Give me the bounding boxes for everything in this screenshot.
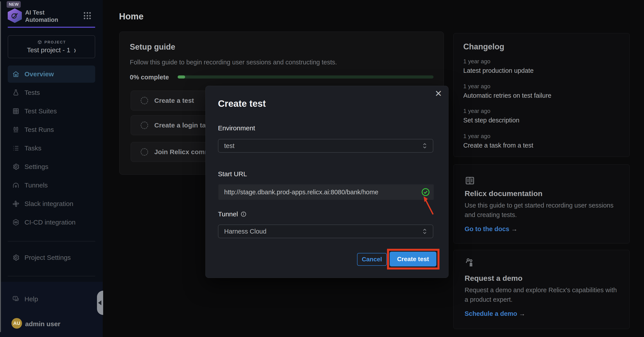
cube-icon: [37, 40, 42, 45]
grid-icon: [12, 107, 20, 115]
progress-fill: [178, 75, 185, 79]
start-url-label: Start URL: [218, 170, 247, 178]
checklist-item-label: Create a test: [154, 97, 194, 104]
demo-link-label: Schedule a demo: [464, 310, 517, 317]
start-url-input[interactable]: [218, 184, 434, 200]
close-icon[interactable]: ✕: [434, 89, 442, 98]
docs-card: Relicx documentation Use this guide to g…: [453, 164, 630, 243]
changelog-entry: 1 year ago Automatic retries on test fai…: [463, 83, 552, 99]
sidebar-item-label: Test Runs: [24, 126, 54, 133]
sidebar-bottom-panel: [0, 282, 103, 337]
sidebar-item-help[interactable]: ? Help: [8, 290, 95, 308]
brand-underline: [8, 27, 95, 28]
demo-title: Request a demo: [464, 274, 522, 282]
project-selector[interactable]: PROJECT Test project - 1 ›: [8, 35, 95, 58]
sidebar-item-label: Slack integration: [24, 200, 74, 208]
home-icon: [12, 70, 20, 78]
setup-guide-title: Setup guide: [130, 42, 175, 52]
chevron-updown-icon: [422, 228, 427, 235]
cicd-icon: [12, 219, 20, 226]
sidebar-item-label: Tests: [24, 89, 40, 96]
changelog-card: Changelog 1 year ago Latest production u…: [453, 33, 630, 157]
demo-link[interactable]: Schedule a demo →: [464, 310, 526, 317]
product-name: AI Test Automation: [25, 9, 65, 24]
sidebar-item-label: Tasks: [24, 144, 42, 152]
sidebar-item-test-suites[interactable]: Test Suites: [8, 103, 95, 120]
flask-icon: [12, 89, 20, 96]
window-edge: [0, 1, 1, 332]
chevron-left-icon: [98, 300, 102, 305]
docs-body: Use this guide to get started recording …: [464, 201, 619, 220]
sidebar-item-project-settings[interactable]: Project Settings: [8, 249, 95, 266]
sidebar-item-tasks[interactable]: Tasks: [8, 140, 95, 157]
app-switcher-icon[interactable]: [84, 12, 91, 20]
sidebar-divider: [8, 241, 95, 241]
tunnel-value: Harness Cloud: [224, 228, 266, 235]
help-chat-icon: ?: [12, 295, 20, 303]
arrow-right-icon: →: [511, 225, 518, 232]
project-name: Test project - 1: [27, 46, 70, 54]
sidebar-item-label: Project Settings: [24, 254, 71, 261]
check-circle-icon: [422, 188, 430, 196]
changelog-time: 1 year ago: [463, 108, 520, 115]
sidebar-item-tests[interactable]: Tests: [8, 84, 95, 101]
columns-icon: [12, 126, 20, 133]
logo-glyph-icon: [10, 11, 19, 20]
incomplete-step-icon: [140, 97, 148, 104]
tunnel-select[interactable]: Harness Cloud: [218, 224, 433, 238]
gear-icon: [12, 163, 20, 170]
modal-title: Create test: [218, 98, 266, 109]
sidebar-item-tunnels[interactable]: Tunnels: [8, 177, 95, 194]
sidebar-item-label: Tunnels: [24, 182, 48, 189]
docs-link[interactable]: Go to the docs →: [464, 225, 518, 233]
chevron-updown-icon: [422, 142, 427, 149]
changelog-entry: 1 year ago Latest production update: [463, 58, 534, 74]
sidebar-item-slack-integration[interactable]: Slack integration: [8, 195, 95, 212]
incomplete-step-icon: [140, 148, 148, 156]
changelog-text: Automatic retries on test failure: [463, 92, 552, 99]
project-label: PROJECT: [44, 40, 66, 45]
sidebar-item-label: Settings: [24, 163, 48, 170]
sidebar-item-test-runs[interactable]: Test Runs: [8, 121, 95, 138]
progress-label: 0% complete: [130, 74, 169, 81]
cancel-button[interactable]: Cancel: [357, 253, 387, 266]
svg-text:?: ?: [14, 297, 16, 300]
sidebar-item-label: Overview: [24, 70, 54, 78]
checklist-item-label: Create a login task: [154, 122, 213, 129]
incomplete-step-icon: [140, 122, 148, 129]
app-window: NEW AI Test Automation PROJECT Test proj…: [0, 0, 644, 337]
avatar: AU: [12, 318, 22, 329]
list-icon: [12, 144, 20, 152]
tunnel-icon: [12, 182, 20, 189]
slack-icon: [12, 200, 20, 208]
changelog-time: 1 year ago: [463, 83, 552, 90]
gear-icon: [12, 254, 20, 261]
create-test-button[interactable]: Create test: [390, 252, 436, 266]
demo-card: Request a demo Request a demo and explor…: [453, 250, 630, 329]
docs-link-label: Go to the docs: [464, 225, 509, 232]
environment-value: test: [224, 142, 234, 150]
sidebar-item-overview[interactable]: Overview: [8, 66, 95, 83]
changelog-entry: 1 year ago Create a task from a test: [463, 133, 533, 149]
environment-select[interactable]: test: [218, 139, 433, 153]
chevron-right-icon: ›: [74, 45, 76, 55]
sidebar-divider: [8, 276, 95, 276]
create-test-modal: ✕ Create test Environment test Start URL…: [206, 86, 448, 278]
new-badge: NEW: [6, 1, 21, 8]
demo-body: Request a demo and explore Relicx's capa…: [464, 285, 619, 304]
user-menu[interactable]: admin user: [25, 320, 60, 328]
sidebar-item-cicd-integration[interactable]: CI-CD integration: [8, 214, 95, 231]
changelog-title: Changelog: [463, 42, 504, 51]
changelog-text: Create a task from a test: [463, 142, 533, 149]
page-title: Home: [119, 12, 144, 22]
app-logo: [8, 8, 22, 23]
sidebar-item-label: Help: [24, 295, 38, 303]
sidebar-collapse-handle[interactable]: [97, 291, 103, 315]
changelog-text: Latest production update: [463, 67, 534, 74]
tunnel-label: Tunnel: [218, 210, 246, 218]
changelog-entry: 1 year ago Set step description: [463, 108, 520, 124]
sidebar: NEW AI Test Automation PROJECT Test proj…: [0, 0, 103, 337]
sidebar-item-settings[interactable]: Settings: [8, 158, 95, 175]
sidebar-item-label: Test Suites: [24, 107, 57, 115]
changelog-time: 1 year ago: [463, 133, 533, 140]
